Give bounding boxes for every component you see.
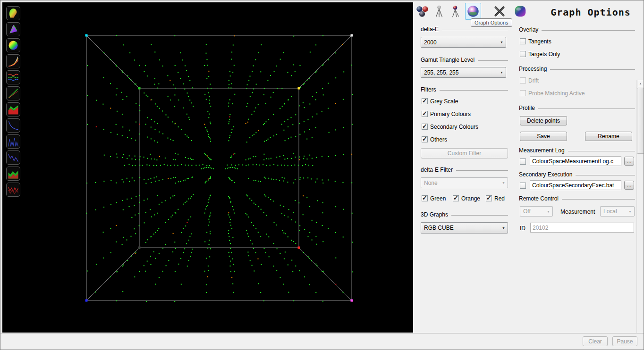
toolbar-icon-gamut-balls[interactable]	[414, 3, 430, 20]
secondary-execution-checkbox[interactable]	[520, 183, 526, 189]
custom-filter-button[interactable]: Custom Filter	[421, 148, 508, 158]
checkbox-box	[422, 98, 428, 104]
status-bar: Clear Pause	[0, 333, 644, 350]
toolbar-icon-tripod-meter[interactable]	[448, 3, 464, 20]
rename-button[interactable]: Rename	[585, 132, 632, 141]
toolbar-icon-tripod-probe[interactable]	[431, 3, 447, 20]
remote-control-header: Remote Control	[519, 195, 635, 202]
checkbox-drift[interactable]: Drift	[520, 77, 539, 84]
secondary-execution-input[interactable]	[530, 180, 621, 190]
checkbox-box	[520, 90, 526, 96]
checkbox-secondary-colours[interactable]: Secondary Colours	[422, 123, 478, 130]
processing-header: Processing	[519, 66, 635, 72]
sidebar-icon-blue-curve[interactable]	[6, 118, 20, 133]
gamut-triangle-select[interactable]: 255, 255, 255 ▼	[421, 67, 506, 78]
graph-type-sidebar	[6, 6, 21, 199]
checkbox-primary-colours[interactable]: Primary Colours	[422, 110, 471, 117]
measurement-label: Measurement	[560, 208, 595, 215]
checkbox-box	[422, 124, 428, 130]
checkbox-box	[520, 51, 526, 57]
pause-button[interactable]: Pause	[612, 336, 637, 346]
checkbox-box	[422, 111, 428, 117]
chevron-down-icon: ▼	[498, 41, 506, 44]
sidebar-icon-gamma-curves[interactable]	[6, 54, 20, 68]
secondary-execution-browse-button[interactable]: ...	[624, 181, 634, 190]
delta-e-filter-header: delta-E Filter	[421, 167, 508, 173]
measurement-source-select[interactable]: Local ▼	[600, 206, 635, 217]
checkbox-targets-only[interactable]: Targets Only	[520, 50, 560, 58]
measurement-log-header: Measurement Log	[519, 147, 635, 154]
graph-canvas	[2, 2, 413, 333]
page-title: Graph Options	[543, 7, 638, 18]
chevron-down-icon: ▼	[544, 210, 552, 213]
checkbox-grey-scale[interactable]: Grey Scale	[422, 98, 458, 105]
save-button[interactable]: Save	[520, 132, 567, 141]
toolbar-icon-colour-cube[interactable]	[512, 3, 528, 20]
delta-e-header: delta-E	[421, 26, 508, 33]
checkbox-box	[422, 195, 428, 201]
id-input[interactable]	[530, 223, 634, 233]
scroll-thumb[interactable]	[637, 88, 644, 154]
overlay-header: Overlay	[519, 26, 635, 33]
scroll-up-button[interactable]: ▲	[637, 80, 644, 87]
sidebar-icon-gamut-triangle[interactable]	[6, 22, 20, 36]
sidebar-icon-rgb-tracking[interactable]	[6, 70, 20, 84]
profile-header: Profile	[519, 105, 635, 111]
checkbox-box	[520, 38, 526, 44]
checkbox-red[interactable]: Red	[486, 195, 505, 202]
clear-button[interactable]: Clear	[583, 336, 608, 346]
graph-toolbar	[414, 3, 529, 20]
chevron-down-icon: ▼	[500, 181, 508, 184]
measurement-log-checkbox[interactable]	[520, 158, 526, 165]
remote-mode-select[interactable]: Off ▼	[520, 206, 553, 217]
checkbox-tangents[interactable]: Tangents	[520, 38, 551, 45]
panel-scrollbar[interactable]: ▲ ▼	[636, 80, 644, 342]
delta-e-select[interactable]: 2000 ▼	[421, 37, 506, 48]
delta-e-filter-select[interactable]: None ▼	[421, 177, 508, 188]
sidebar-icon-cie-diagram[interactable]	[6, 6, 20, 20]
id-label: ID	[520, 225, 525, 232]
sidebar-icon-diagonal-response[interactable]	[6, 86, 20, 100]
toolbar-icon-colour-sphere[interactable]	[465, 3, 481, 20]
checkbox-box	[453, 195, 459, 201]
delete-points-button[interactable]: Delete points	[520, 116, 567, 125]
checkbox-green[interactable]: Green	[422, 195, 446, 202]
chevron-down-icon: ▼	[500, 226, 508, 230]
toolbar-icon-crossed-tools[interactable]	[491, 3, 508, 20]
sidebar-icon-colour-wheel[interactable]	[6, 38, 20, 52]
chevron-down-icon: ▼	[498, 71, 506, 74]
sidebar-icon-blue-histogram[interactable]	[6, 134, 20, 149]
checkbox-box	[422, 136, 428, 142]
sidebar-icon-blue-zigzag[interactable]	[6, 150, 20, 165]
3d-graphs-select[interactable]: RGB CUBE ▼	[421, 222, 508, 233]
measurement-log-input[interactable]	[530, 156, 621, 166]
gamut-triangle-header: Gamut Triangle Level	[421, 57, 508, 63]
checkbox-probe-matching[interactable]: Probe Matching Active	[520, 90, 585, 97]
chevron-down-icon: ▼	[626, 210, 634, 213]
checkbox-box	[486, 195, 492, 201]
checkbox-orange[interactable]: Orange	[453, 195, 480, 202]
checkbox-box	[520, 77, 526, 83]
3d-graphs-header: 3D Graphs	[421, 211, 508, 218]
rgb-cube-plot[interactable]	[2, 2, 413, 333]
secondary-execution-header: Secondary Execution	[519, 171, 635, 178]
tooltip: Graph Options	[471, 18, 512, 27]
sidebar-icon-rg-area-chart-2[interactable]	[6, 167, 20, 181]
filters-header: Filters	[421, 86, 508, 93]
measurement-log-browse-button[interactable]: ...	[624, 157, 634, 166]
sidebar-icon-rg-area-chart[interactable]	[6, 102, 20, 117]
sidebar-icon-red-zigzag[interactable]	[6, 183, 20, 197]
checkbox-others[interactable]: Others	[422, 136, 447, 143]
